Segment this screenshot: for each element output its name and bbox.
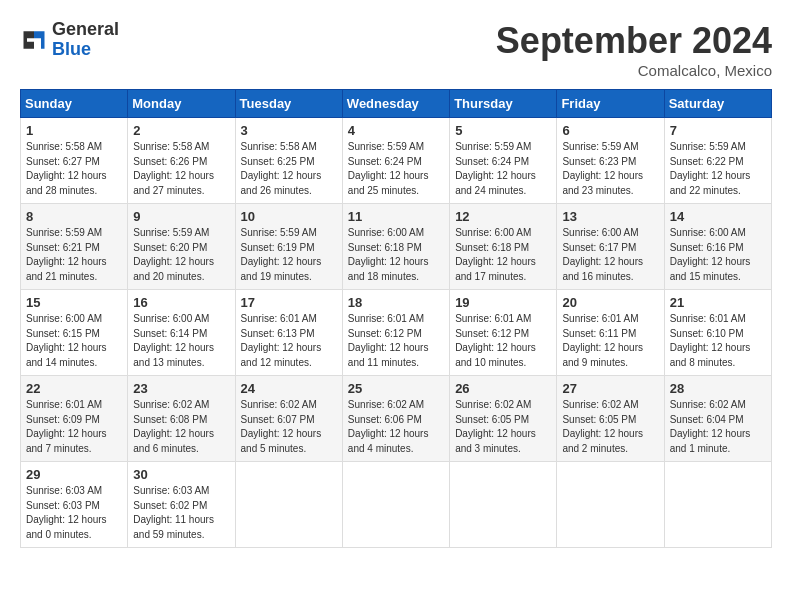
day-info: Sunrise: 6:01 AMSunset: 6:12 PMDaylight:…: [348, 312, 444, 370]
day-info: Sunrise: 5:59 AMSunset: 6:22 PMDaylight:…: [670, 140, 766, 198]
day-number: 8: [26, 209, 122, 224]
day-number: 23: [133, 381, 229, 396]
svg-marker-0: [34, 31, 45, 49]
title-block: September 2024 Comalcalco, Mexico: [496, 20, 772, 79]
day-info: Sunrise: 5:59 AMSunset: 6:23 PMDaylight:…: [562, 140, 658, 198]
calendar-cell: [450, 462, 557, 548]
calendar-cell: 4 Sunrise: 5:59 AMSunset: 6:24 PMDayligh…: [342, 118, 449, 204]
day-info: Sunrise: 6:03 AMSunset: 6:03 PMDaylight:…: [26, 484, 122, 542]
day-number: 15: [26, 295, 122, 310]
day-info: Sunrise: 5:59 AMSunset: 6:21 PMDaylight:…: [26, 226, 122, 284]
day-info: Sunrise: 6:01 AMSunset: 6:13 PMDaylight:…: [241, 312, 337, 370]
day-info: Sunrise: 5:58 AMSunset: 6:25 PMDaylight:…: [241, 140, 337, 198]
day-number: 25: [348, 381, 444, 396]
day-number: 26: [455, 381, 551, 396]
day-number: 11: [348, 209, 444, 224]
day-number: 13: [562, 209, 658, 224]
calendar-cell: 21 Sunrise: 6:01 AMSunset: 6:10 PMDaylig…: [664, 290, 771, 376]
day-number: 19: [455, 295, 551, 310]
calendar-cell: 22 Sunrise: 6:01 AMSunset: 6:09 PMDaylig…: [21, 376, 128, 462]
day-info: Sunrise: 5:59 AMSunset: 6:24 PMDaylight:…: [455, 140, 551, 198]
header-row: Sunday Monday Tuesday Wednesday Thursday…: [21, 90, 772, 118]
calendar-cell: 20 Sunrise: 6:01 AMSunset: 6:11 PMDaylig…: [557, 290, 664, 376]
day-number: 5: [455, 123, 551, 138]
calendar-week-2: 8 Sunrise: 5:59 AMSunset: 6:21 PMDayligh…: [21, 204, 772, 290]
calendar-cell: 12 Sunrise: 6:00 AMSunset: 6:18 PMDaylig…: [450, 204, 557, 290]
col-sunday: Sunday: [21, 90, 128, 118]
day-number: 24: [241, 381, 337, 396]
col-friday: Friday: [557, 90, 664, 118]
day-info: Sunrise: 6:02 AMSunset: 6:08 PMDaylight:…: [133, 398, 229, 456]
day-info: Sunrise: 6:02 AMSunset: 6:05 PMDaylight:…: [562, 398, 658, 456]
day-info: Sunrise: 6:00 AMSunset: 6:14 PMDaylight:…: [133, 312, 229, 370]
day-number: 22: [26, 381, 122, 396]
col-thursday: Thursday: [450, 90, 557, 118]
day-info: Sunrise: 6:00 AMSunset: 6:16 PMDaylight:…: [670, 226, 766, 284]
day-info: Sunrise: 6:00 AMSunset: 6:18 PMDaylight:…: [348, 226, 444, 284]
calendar-cell: 7 Sunrise: 5:59 AMSunset: 6:22 PMDayligh…: [664, 118, 771, 204]
day-info: Sunrise: 6:01 AMSunset: 6:10 PMDaylight:…: [670, 312, 766, 370]
day-info: Sunrise: 6:02 AMSunset: 6:06 PMDaylight:…: [348, 398, 444, 456]
calendar-cell: 26 Sunrise: 6:02 AMSunset: 6:05 PMDaylig…: [450, 376, 557, 462]
day-number: 14: [670, 209, 766, 224]
day-info: Sunrise: 6:02 AMSunset: 6:07 PMDaylight:…: [241, 398, 337, 456]
calendar-cell: 30 Sunrise: 6:03 AMSunset: 6:02 PMDaylig…: [128, 462, 235, 548]
calendar-cell: 19 Sunrise: 6:01 AMSunset: 6:12 PMDaylig…: [450, 290, 557, 376]
calendar-week-3: 15 Sunrise: 6:00 AMSunset: 6:15 PMDaylig…: [21, 290, 772, 376]
logo-text: General Blue: [52, 20, 119, 60]
calendar-cell: 16 Sunrise: 6:00 AMSunset: 6:14 PMDaylig…: [128, 290, 235, 376]
calendar-cell: 28 Sunrise: 6:02 AMSunset: 6:04 PMDaylig…: [664, 376, 771, 462]
day-info: Sunrise: 6:02 AMSunset: 6:04 PMDaylight:…: [670, 398, 766, 456]
day-info: Sunrise: 6:01 AMSunset: 6:09 PMDaylight:…: [26, 398, 122, 456]
col-saturday: Saturday: [664, 90, 771, 118]
page-header: General Blue September 2024 Comalcalco, …: [20, 20, 772, 79]
calendar-cell: 27 Sunrise: 6:02 AMSunset: 6:05 PMDaylig…: [557, 376, 664, 462]
day-number: 1: [26, 123, 122, 138]
day-number: 4: [348, 123, 444, 138]
day-number: 6: [562, 123, 658, 138]
day-number: 30: [133, 467, 229, 482]
day-info: Sunrise: 6:00 AMSunset: 6:18 PMDaylight:…: [455, 226, 551, 284]
calendar-cell: 14 Sunrise: 6:00 AMSunset: 6:16 PMDaylig…: [664, 204, 771, 290]
logo-blue: Blue: [52, 39, 91, 59]
calendar-cell: [235, 462, 342, 548]
calendar-cell: 15 Sunrise: 6:00 AMSunset: 6:15 PMDaylig…: [21, 290, 128, 376]
day-number: 18: [348, 295, 444, 310]
col-monday: Monday: [128, 90, 235, 118]
calendar-cell: 1 Sunrise: 5:58 AMSunset: 6:27 PMDayligh…: [21, 118, 128, 204]
calendar-cell: 23 Sunrise: 6:02 AMSunset: 6:08 PMDaylig…: [128, 376, 235, 462]
calendar-cell: 5 Sunrise: 5:59 AMSunset: 6:24 PMDayligh…: [450, 118, 557, 204]
day-number: 29: [26, 467, 122, 482]
month-title: September 2024: [496, 20, 772, 62]
day-number: 10: [241, 209, 337, 224]
day-number: 12: [455, 209, 551, 224]
day-info: Sunrise: 5:59 AMSunset: 6:19 PMDaylight:…: [241, 226, 337, 284]
day-number: 20: [562, 295, 658, 310]
day-number: 28: [670, 381, 766, 396]
day-info: Sunrise: 5:59 AMSunset: 6:24 PMDaylight:…: [348, 140, 444, 198]
calendar-cell: 29 Sunrise: 6:03 AMSunset: 6:03 PMDaylig…: [21, 462, 128, 548]
day-number: 17: [241, 295, 337, 310]
calendar-cell: 24 Sunrise: 6:02 AMSunset: 6:07 PMDaylig…: [235, 376, 342, 462]
day-number: 21: [670, 295, 766, 310]
calendar-cell: 13 Sunrise: 6:00 AMSunset: 6:17 PMDaylig…: [557, 204, 664, 290]
day-info: Sunrise: 6:03 AMSunset: 6:02 PMDaylight:…: [133, 484, 229, 542]
day-info: Sunrise: 6:00 AMSunset: 6:17 PMDaylight:…: [562, 226, 658, 284]
day-info: Sunrise: 6:01 AMSunset: 6:11 PMDaylight:…: [562, 312, 658, 370]
calendar-cell: [342, 462, 449, 548]
calendar-table: Sunday Monday Tuesday Wednesday Thursday…: [20, 89, 772, 548]
calendar-cell: [557, 462, 664, 548]
day-number: 27: [562, 381, 658, 396]
calendar-week-1: 1 Sunrise: 5:58 AMSunset: 6:27 PMDayligh…: [21, 118, 772, 204]
day-info: Sunrise: 5:59 AMSunset: 6:20 PMDaylight:…: [133, 226, 229, 284]
col-wednesday: Wednesday: [342, 90, 449, 118]
logo: General Blue: [20, 20, 119, 60]
calendar-cell: 3 Sunrise: 5:58 AMSunset: 6:25 PMDayligh…: [235, 118, 342, 204]
day-number: 3: [241, 123, 337, 138]
calendar-week-5: 29 Sunrise: 6:03 AMSunset: 6:03 PMDaylig…: [21, 462, 772, 548]
calendar-week-4: 22 Sunrise: 6:01 AMSunset: 6:09 PMDaylig…: [21, 376, 772, 462]
calendar-cell: 17 Sunrise: 6:01 AMSunset: 6:13 PMDaylig…: [235, 290, 342, 376]
calendar-cell: 8 Sunrise: 5:59 AMSunset: 6:21 PMDayligh…: [21, 204, 128, 290]
day-info: Sunrise: 6:01 AMSunset: 6:12 PMDaylight:…: [455, 312, 551, 370]
col-tuesday: Tuesday: [235, 90, 342, 118]
